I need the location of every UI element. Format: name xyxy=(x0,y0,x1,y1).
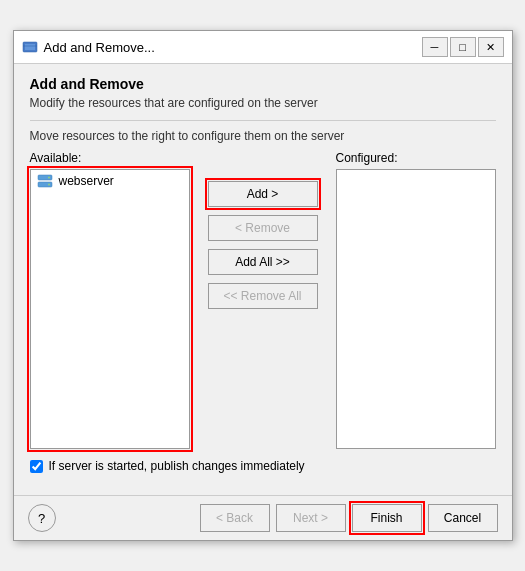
maximize-button[interactable]: □ xyxy=(450,37,476,57)
bottom-right-buttons: < Back Next > Finish Cancel xyxy=(200,504,498,532)
instruction-text: Move resources to the right to configure… xyxy=(30,129,496,143)
add-all-button[interactable]: Add All >> xyxy=(208,249,318,275)
server-icon xyxy=(37,173,53,189)
title-bar: Add and Remove... ─ □ ✕ xyxy=(14,31,512,64)
svg-point-5 xyxy=(48,177,50,179)
available-list[interactable]: webserver xyxy=(30,169,190,449)
help-button[interactable]: ? xyxy=(28,504,56,532)
dialog-content: Add and Remove Modify the resources that… xyxy=(14,64,512,495)
configured-column: Configured: xyxy=(336,151,496,449)
middle-buttons: Add > < Remove Add All >> << Remove All xyxy=(196,151,330,309)
section-subtitle: Modify the resources that are configured… xyxy=(30,96,496,110)
columns-layout: Available: webserver Add > xyxy=(30,151,496,449)
publish-checkbox[interactable] xyxy=(30,460,43,473)
finish-button[interactable]: Finish xyxy=(352,504,422,532)
bottom-bar: ? < Back Next > Finish Cancel xyxy=(14,495,512,540)
remove-all-button[interactable]: << Remove All xyxy=(208,283,318,309)
cancel-button[interactable]: Cancel xyxy=(428,504,498,532)
close-button[interactable]: ✕ xyxy=(478,37,504,57)
add-remove-dialog: Add and Remove... ─ □ ✕ Add and Remove M… xyxy=(13,30,513,541)
minimize-button[interactable]: ─ xyxy=(422,37,448,57)
divider xyxy=(30,120,496,121)
list-item-webserver[interactable]: webserver xyxy=(31,170,189,192)
title-controls: ─ □ ✕ xyxy=(422,37,504,57)
back-button[interactable]: < Back xyxy=(200,504,270,532)
svg-point-6 xyxy=(48,184,50,186)
available-column: Available: webserver xyxy=(30,151,190,449)
remove-button[interactable]: < Remove xyxy=(208,215,318,241)
available-label: Available: xyxy=(30,151,190,165)
app-icon xyxy=(22,39,38,55)
section-title: Add and Remove xyxy=(30,76,496,92)
dialog-title: Add and Remove... xyxy=(44,40,155,55)
checkbox-label: If server is started, publish changes im… xyxy=(49,459,305,473)
next-button[interactable]: Next > xyxy=(276,504,346,532)
webserver-label: webserver xyxy=(59,174,114,188)
svg-rect-1 xyxy=(25,44,35,50)
add-button[interactable]: Add > xyxy=(208,181,318,207)
checkbox-row: If server is started, publish changes im… xyxy=(30,459,496,473)
configured-label: Configured: xyxy=(336,151,496,165)
title-bar-left: Add and Remove... xyxy=(22,39,155,55)
configured-list[interactable] xyxy=(336,169,496,449)
